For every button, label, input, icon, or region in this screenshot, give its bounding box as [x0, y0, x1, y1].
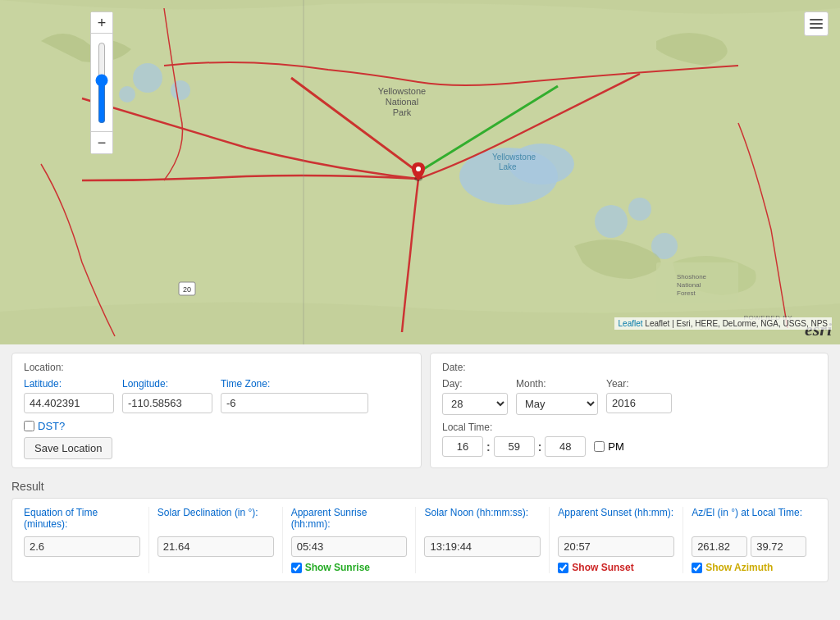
year-input[interactable]	[606, 393, 672, 413]
svg-text:Yellowstone: Yellowstone	[492, 153, 536, 162]
svg-text:Forest: Forest	[677, 289, 696, 297]
map-attribution: Leaflet Leaflet | Esri, HERE, DeLorme, N…	[614, 317, 832, 330]
hour-input[interactable]	[442, 436, 483, 457]
result-col-header-0: Equation of Time (minutes):	[24, 507, 140, 531]
save-location-button[interactable]: Save Location	[24, 437, 112, 459]
svg-point-24	[416, 166, 421, 171]
layers-icon	[808, 16, 824, 32]
map-container: Shoshone National Forest Yellowstone Nat…	[0, 0, 840, 344]
dst-row: DST?	[24, 420, 409, 432]
panels-row: Location: Latitude: Longitude: Time Zone…	[0, 344, 840, 476]
map-svg: Shoshone National Forest Yellowstone Nat…	[0, 0, 840, 344]
tz-label: Time Zone:	[221, 378, 368, 390]
result-col-4: Apparent Sunset (hh:mm):Show Sunset	[550, 507, 683, 573]
tz-group: Time Zone:	[221, 378, 368, 413]
day-select[interactable]: 1234567891011121314151617181920212223242…	[442, 393, 508, 415]
result-col-3: Solar Noon (hh:mm:ss):	[416, 507, 550, 573]
result-col-header-1: Solar Declination (in °):	[158, 507, 274, 531]
zoom-slider-input[interactable]	[98, 42, 105, 124]
zoom-in-button[interactable]: +	[91, 12, 112, 34]
result-col-0: Equation of Time (minutes):	[24, 507, 149, 573]
result-section: Result Equation of Time (minutes):Solar …	[0, 476, 840, 590]
location-panel-label: Location:	[24, 362, 409, 373]
result-value-input-3[interactable]	[424, 536, 541, 557]
result-col-5: Az/El (in °) at Local Time:Show Azimuth	[683, 507, 816, 573]
date-panel: Date: Day: 12345678910111213141516171819…	[430, 353, 829, 468]
date-fields-row: Day: 12345678910111213141516171819202122…	[442, 378, 816, 415]
svg-rect-26	[810, 23, 823, 25]
svg-rect-27	[810, 19, 823, 21]
result-col-header-2: Apparent Sunrise (hh:mm):	[291, 507, 408, 531]
svg-point-4	[171, 80, 190, 100]
result-col-1: Solar Declination (in °):	[149, 507, 283, 573]
svg-text:Park: Park	[393, 107, 412, 117]
svg-point-3	[133, 63, 162, 93]
layer-control-button[interactable]	[804, 11, 829, 36]
lat-label: Latitude:	[24, 378, 114, 390]
lon-group: Longitude:	[122, 378, 212, 413]
svg-rect-25	[810, 27, 823, 29]
svg-text:National: National	[677, 281, 701, 289]
svg-point-7	[628, 198, 651, 221]
month-group: Month: JanuaryFebruaryMarchAprilMayJuneJ…	[516, 378, 598, 415]
location-fields-row: Latitude: Longitude: Time Zone:	[24, 378, 409, 413]
pm-row: PM	[594, 440, 624, 453]
lat-group: Latitude:	[24, 378, 114, 413]
time-row: : : PM	[442, 436, 816, 457]
result-col-header-4: Apparent Sunset (hh:mm):	[558, 507, 674, 531]
month-label: Month:	[516, 378, 598, 390]
result-check-row-2: Show Sunrise	[291, 562, 408, 573]
svg-text:Lake: Lake	[499, 162, 517, 171]
day-label: Day:	[442, 378, 508, 390]
show-label-2: Show Sunrise	[305, 562, 370, 573]
result-panel: Equation of Time (minutes):Solar Declina…	[11, 498, 829, 582]
second-input[interactable]	[545, 436, 586, 457]
svg-point-6	[595, 205, 628, 238]
time-sep-2: :	[538, 440, 542, 454]
timezone-input[interactable]	[221, 393, 368, 413]
svg-text:20: 20	[183, 285, 191, 294]
show-label-4: Show Sunset	[572, 562, 633, 573]
result-col-2: Apparent Sunrise (hh:mm):Show Sunrise	[283, 507, 417, 573]
month-select[interactable]: JanuaryFebruaryMarchAprilMayJuneJulyAugu…	[516, 393, 598, 415]
result-value-input-1[interactable]	[158, 536, 274, 557]
location-panel: Location: Latitude: Longitude: Time Zone…	[11, 353, 422, 468]
latitude-input[interactable]	[24, 393, 114, 413]
dst-checkbox[interactable]	[24, 421, 34, 431]
year-group: Year:	[606, 378, 672, 413]
show-checkbox-5[interactable]	[692, 563, 702, 573]
show-checkbox-2[interactable]	[291, 563, 302, 573]
zoom-control[interactable]: + −	[90, 11, 113, 154]
result-value-input-0[interactable]	[24, 536, 140, 557]
leaflet-link[interactable]: Leaflet	[619, 319, 643, 328]
svg-text:National: National	[386, 97, 418, 107]
pm-checkbox[interactable]	[594, 441, 605, 452]
result-check-row-5: Show Azimuth	[692, 562, 808, 573]
minute-input[interactable]	[494, 436, 535, 457]
time-sep-1: :	[486, 440, 491, 454]
show-label-5: Show Azimuth	[705, 562, 773, 573]
svg-text:Shoshone: Shoshone	[677, 273, 707, 280]
lon-label: Longitude:	[122, 378, 212, 390]
azimuth-value-input[interactable]	[692, 536, 747, 557]
pm-label: PM	[608, 440, 624, 453]
result-title: Result	[11, 480, 829, 493]
svg-text:Yellowstone: Yellowstone	[378, 86, 426, 96]
app: Shoshone National Forest Yellowstone Nat…	[0, 0, 840, 620]
show-checkbox-4[interactable]	[558, 563, 568, 573]
result-col-header-5: Az/El (in °) at Local Time:	[692, 507, 808, 531]
year-label: Year:	[606, 378, 672, 390]
result-col-header-3: Solar Noon (hh:mm:ss):	[424, 507, 541, 531]
day-group: Day: 12345678910111213141516171819202122…	[442, 378, 508, 415]
attribution-text: Leaflet | Esri, HERE, DeLorme, NGA, USGS…	[645, 319, 828, 328]
result-value-input-2[interactable]	[291, 536, 408, 557]
result-value-input-4[interactable]	[558, 536, 674, 557]
elevation-value-input[interactable]	[751, 536, 806, 557]
az-value-row	[692, 536, 808, 562]
longitude-input[interactable]	[122, 393, 212, 413]
zoom-slider[interactable]	[91, 34, 112, 132]
result-check-row-4: Show Sunset	[558, 562, 674, 573]
zoom-out-button[interactable]: −	[91, 132, 112, 153]
svg-point-5	[119, 86, 135, 103]
dst-label: DST?	[38, 420, 65, 432]
